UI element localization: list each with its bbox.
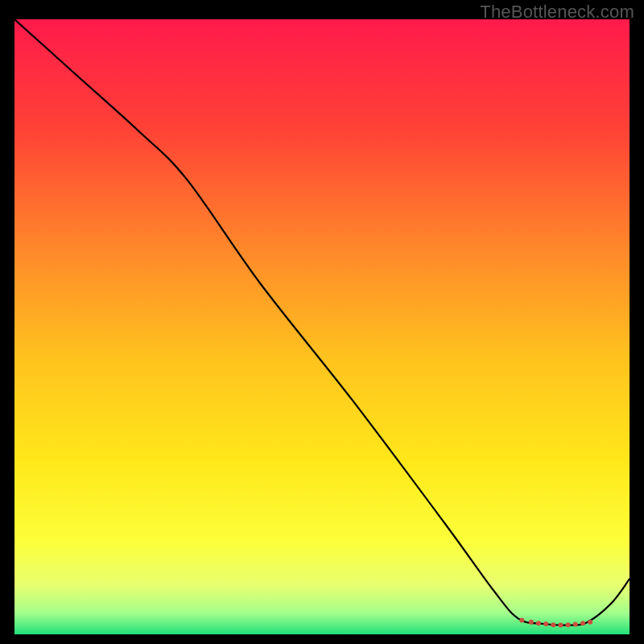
optimal-marker xyxy=(519,617,524,622)
optimal-marker xyxy=(543,621,548,626)
bottleneck-plot xyxy=(14,19,630,634)
optimal-marker xyxy=(566,622,571,627)
optimal-marker xyxy=(580,621,585,625)
optimal-marker xyxy=(529,620,534,625)
optimal-marker xyxy=(573,621,578,626)
gradient-background xyxy=(14,19,630,634)
optimal-marker xyxy=(536,621,541,625)
optimal-marker xyxy=(551,622,555,627)
optimal-marker xyxy=(588,620,592,625)
optimal-marker xyxy=(558,623,563,628)
chart-container: TheBottleneck.com xyxy=(0,0,644,644)
